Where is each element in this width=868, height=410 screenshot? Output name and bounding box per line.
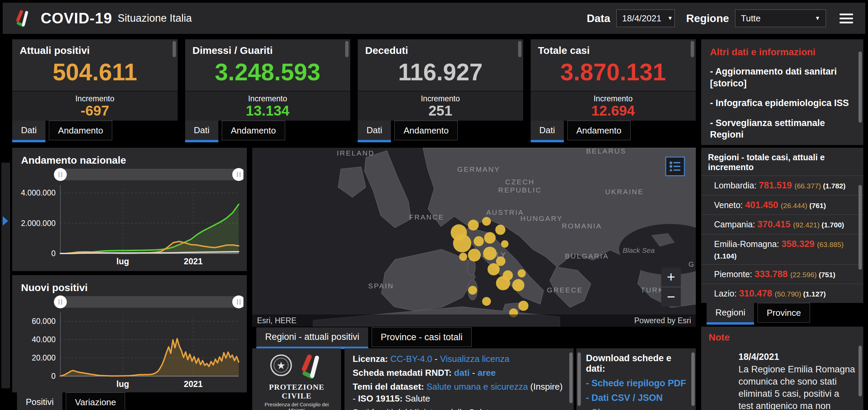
region-row[interactable]: Veneto: 401.450 (26.444) (761) — [701, 195, 863, 215]
region-increment: (761) — [809, 202, 826, 209]
note-date: 18/4/2021 — [738, 352, 856, 362]
region-data-bubble[interactable] — [459, 253, 467, 261]
y-axis-tick: 0 — [51, 249, 56, 258]
stat-card-tab-andamento[interactable]: Andamento — [222, 121, 285, 140]
region-data-bubble[interactable] — [453, 234, 471, 252]
license-link[interactable]: CC-BY-4.0 — [390, 354, 432, 364]
new-positives-tab-positivi[interactable]: Positivi — [17, 392, 62, 410]
powered-by-esri-link[interactable]: Powered by Esri — [634, 316, 691, 325]
expand-panel-arrow-icon[interactable] — [3, 216, 8, 226]
collapsed-side-panel[interactable] — [1, 163, 10, 388]
stat-card-tab-andamento[interactable]: Andamento — [567, 121, 631, 140]
note-title: Note — [709, 332, 856, 343]
stat-card-tab-andamento[interactable]: Andamento — [49, 121, 112, 140]
region-data-bubble[interactable] — [468, 249, 481, 262]
region-data-bubble[interactable] — [482, 217, 491, 226]
region-data-bubble[interactable] — [518, 269, 526, 278]
other-data-link[interactable]: - Sorveglianza settimanale Regioni — [710, 117, 854, 141]
other-data-link[interactable]: - Aggiornamento dati sanitari [storico] — [710, 66, 854, 89]
scrollbar[interactable] — [518, 41, 521, 57]
map-country-label: UKRAINE — [605, 188, 644, 196]
stat-card-increment-band: Incremento13.134 — [185, 91, 351, 121]
map-legend-button[interactable] — [665, 157, 685, 176]
map-zoom-out-button[interactable]: − — [661, 287, 681, 306]
region-name: Campania: — [714, 220, 757, 229]
other-data-link[interactable]: - Infografica epidemiologica ISS — [710, 97, 854, 109]
scrollbar[interactable] — [577, 352, 581, 406]
map-country-label: HUNGARY — [520, 214, 563, 222]
license-link[interactable]: Salute umana e sicurezza — [427, 382, 528, 392]
scrollbar[interactable] — [173, 41, 176, 57]
stat-card: Attuali positivi504.611Incremento-697Dat… — [12, 39, 178, 143]
region-data-bubble[interactable] — [488, 263, 500, 275]
region-row[interactable]: Lazio: 310.478 (50.790) (1.127) — [701, 284, 863, 303]
new-positives-chart: 020.00040.00060.000lug2021 — [16, 294, 243, 390]
increment-label: Incremento — [12, 91, 178, 103]
stat-card-box: Deceduti116.927Incremento251 — [358, 39, 523, 121]
stat-card-tab-dati[interactable]: Dati — [531, 121, 564, 142]
region-row[interactable]: Emilia-Romagna: 358.329 (63.885) (1.104) — [701, 234, 863, 264]
hamburger-menu-icon[interactable] — [840, 11, 853, 26]
stat-card: Totale casi3.870.131Incremento12.694Dati… — [531, 39, 696, 143]
europe-map[interactable]: IRELANDGERMANYCZECHREPUBLICBELARUSUKRAIN… — [252, 148, 696, 327]
stat-card-tab-andamento[interactable]: Andamento — [394, 121, 458, 140]
time-slider-handle-left[interactable] — [54, 168, 67, 181]
download-link[interactable]: - Dati CSV / JSON — [586, 393, 686, 403]
regions-tabbar: RegioniProvince — [707, 303, 810, 325]
other-data-title: Altri dati e informazioni — [710, 47, 854, 58]
region-row[interactable]: Lombardia: 781.519 (66.377) (1.782) — [701, 176, 863, 195]
region-data-bubble[interactable] — [468, 286, 477, 295]
new-positives-tab-variazione[interactable]: Variazione — [66, 392, 125, 410]
download-link[interactable]: - Schede riepilogo PDF — [586, 378, 686, 389]
license-link[interactable]: Visualizza licenza — [440, 354, 510, 364]
region-increment: (1.104) — [714, 252, 737, 260]
license-link[interactable]: dati — [454, 368, 470, 378]
regions-tab-regioni[interactable]: Regioni — [707, 303, 754, 325]
region-data-bubble[interactable] — [495, 225, 506, 235]
stat-card-box: Totale casi3.870.131Incremento12.694 — [531, 39, 696, 121]
scrollbar[interactable] — [345, 41, 349, 57]
map-tab-regioni-attuali-positivi[interactable]: Regioni - attuali positivi — [256, 327, 368, 349]
y-axis-tick: 0 — [51, 372, 56, 381]
download-link[interactable]: - Shape aree — [586, 407, 686, 410]
license-text: Scheda metadati RNDT: — [353, 368, 454, 378]
scrollbar[interactable] — [569, 352, 573, 403]
scrollbar[interactable] — [691, 41, 694, 57]
scrollbar[interactable] — [859, 185, 862, 270]
region-current-positives: (50.790) — [775, 290, 803, 298]
region-data-bubble[interactable] — [482, 297, 491, 306]
map-tab-province-casi-totali[interactable]: Province - casi totali — [372, 327, 472, 347]
stat-card-tab-dati[interactable]: Dati — [12, 121, 45, 142]
regions-tab-province[interactable]: Province — [757, 303, 810, 323]
date-select[interactable]: 18/4/2021 ▼ — [616, 9, 675, 27]
region-data-bubble[interactable] — [501, 240, 509, 248]
region-data-bubble[interactable] — [474, 236, 484, 246]
region-data-bubble[interactable] — [496, 257, 506, 266]
region-data-bubble[interactable] — [468, 220, 479, 230]
region-data-bubble[interactable] — [518, 301, 529, 311]
map-zoom-in-button[interactable]: + — [661, 268, 681, 287]
region-row[interactable]: Piemonte: 333.788 (22.596) (751) — [701, 264, 863, 284]
region-data-bubble[interactable] — [483, 247, 497, 260]
license-link[interactable]: aree — [477, 368, 496, 378]
region-name: Lombardia: — [714, 181, 759, 190]
region-select[interactable]: Tutte ▼ — [735, 9, 826, 27]
stat-card-tab-dati[interactable]: Dati — [185, 121, 218, 142]
scrollbar[interactable] — [859, 52, 862, 123]
time-slider-handle-left[interactable] — [54, 295, 67, 308]
region-total-cases: 401.450 — [745, 200, 781, 210]
region-data-bubble[interactable] — [512, 279, 525, 291]
region-label: Regione — [686, 12, 729, 25]
stat-card-box: Attuali positivi504.611Incremento-697 — [12, 39, 178, 121]
license-text: Temi del dataset: — [353, 382, 427, 392]
region-data-bubble[interactable] — [496, 276, 510, 290]
stat-card-tab-dati[interactable]: Dati — [358, 121, 391, 142]
region-row[interactable]: Campania: 370.415 (92.421) (1.700) — [701, 214, 863, 234]
scrollbar[interactable] — [859, 346, 862, 396]
region-data-bubble[interactable] — [484, 232, 496, 244]
region-current-positives: (92.421) — [793, 221, 822, 229]
map-attribution: Esri, HERE — [257, 316, 296, 325]
increment-value: 13.134 — [185, 103, 351, 118]
org-line1: Presidenza del Consiglio dei Ministri — [256, 402, 337, 410]
scrollbar[interactable] — [691, 352, 695, 406]
